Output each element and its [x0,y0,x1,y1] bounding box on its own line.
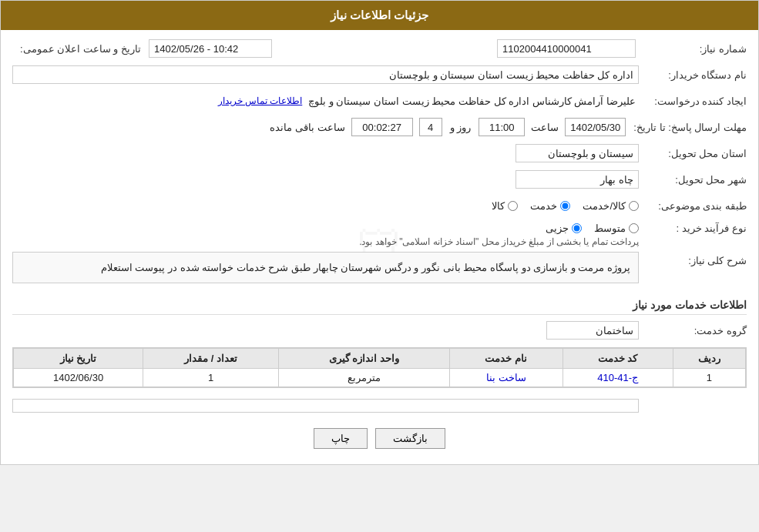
city-label: شهر محل تحویل: [639,174,747,186]
service-group-label: گروه خدمت: [639,325,747,336]
col-row-num: ردیف [673,349,745,369]
buyer-value: اداره کل حفاظت محیط زیست استان سیستان و … [12,65,639,84]
category-radio-kala[interactable] [508,201,518,211]
process-label-motavasset: متوسط [594,223,626,234]
province-label: استان محل تحویل: [639,148,747,159]
process-radio-jozii[interactable] [572,223,582,233]
process-option-jozii[interactable]: جزیی [546,223,582,234]
announce-label: تاریخ و ساعت اعلان عمومی: [12,43,146,55]
process-label-jozii: جزیی [546,223,569,234]
buttons-row: بازگشت چاپ [12,428,747,449]
city-value: چاه بهار [516,170,639,189]
col-service-code: کد خدمت [563,349,673,369]
need-number-label: شماره نیاز: [639,43,747,55]
cell-quantity: 1 [143,369,279,387]
category-radio-khedmat[interactable] [560,201,570,211]
process-option-motavasset[interactable]: متوسط [594,223,639,234]
category-radio-group: کالا/خدمت خدمت کالا [492,200,639,212]
deadline-time: 11:00 [479,118,525,136]
category-option-3[interactable]: کالا/خدمت [583,200,639,212]
deadline-time-label: ساعت [531,122,559,133]
category-label-khedmat: خدمت [530,200,557,212]
deadline-remaining: 00:02:27 [351,118,413,136]
cell-service-name: ساخت بنا [449,369,563,387]
service-info-title: اطلاعات خدمات مورد نیاز [12,299,747,315]
back-button[interactable]: بازگشت [375,428,445,449]
description-label: شرح کلی نیاز: [639,252,747,266]
description-value: پروژه مرمت و بازسازی دو پاسگاه محیط بانی… [12,252,639,283]
process-note: پرداخت تمام یا بخشی از مبلغ خریداز محل "… [359,236,639,247]
cell-unit: مترمربع [279,369,450,387]
col-service-name: نام خدمت [449,349,563,369]
category-option-2[interactable]: خدمت [530,200,570,212]
creator-link[interactable]: اطلاعات تماس خریدار [218,95,303,106]
need-number-value: 1102004410000041 [497,39,636,58]
col-unit: واحد اندازه گیری [279,349,450,369]
service-table: ردیف کد خدمت نام خدمت واحد اندازه گیری ت… [12,347,747,388]
deadline-day-label: روز و [450,122,472,133]
deadline-date: 1402/05/30 [565,118,626,136]
buyer-notes-value [12,399,639,413]
process-label: نوع فرآیند خرید : [639,223,747,234]
cell-date: 1402/06/30 [14,369,143,387]
category-radio-kala-khedmat[interactable] [629,201,639,211]
page-header: جزئیات اطلاعات نیاز [1,1,758,30]
service-group-value: ساختمان [546,321,639,340]
col-quantity: تعداد / مقدار [143,349,279,369]
print-button[interactable]: چاپ [314,428,368,449]
province-value: سیستان و بلوچستان [516,144,639,162]
category-option-1[interactable]: کالا [492,200,518,212]
page-title: جزئیات اطلاعات نیاز [331,8,428,22]
deadline-remaining-label: ساعت باقی مانده [270,122,344,133]
description-text: پروژه مرمت و بازسازی دو پاسگاه محیط بانی… [101,262,630,273]
creator-label: ایجاد کننده درخواست: [639,95,747,107]
deadline-days: 4 [419,118,442,136]
category-label: طبقه بندی موضوعی: [639,200,747,212]
table-row: 1 ج-41-410 ساخت بنا مترمربع 1 1402/06/30 [14,369,746,387]
cell-service-code: ج-41-410 [563,369,673,387]
category-label-kala-khedmat: کالا/خدمت [583,200,626,212]
announce-value: 1402/05/26 - 10:42 [149,39,272,58]
category-label-kala: کالا [492,200,505,212]
creator-name: علیرضا آرامش کارشناس اداره کل حفاظت محیط… [305,94,639,109]
process-radio-motavasset[interactable] [629,223,639,233]
buyer-label: نام دستگاه خریدار: [639,69,747,81]
cell-row-num: 1 [673,369,745,387]
buyer-notes-label [639,394,747,397]
deadline-label: مهلت ارسال پاسخ: تا تاریخ: [626,122,747,133]
col-date: تاریخ نیاز [14,349,143,369]
process-radio-group: متوسط جزیی [359,223,639,234]
